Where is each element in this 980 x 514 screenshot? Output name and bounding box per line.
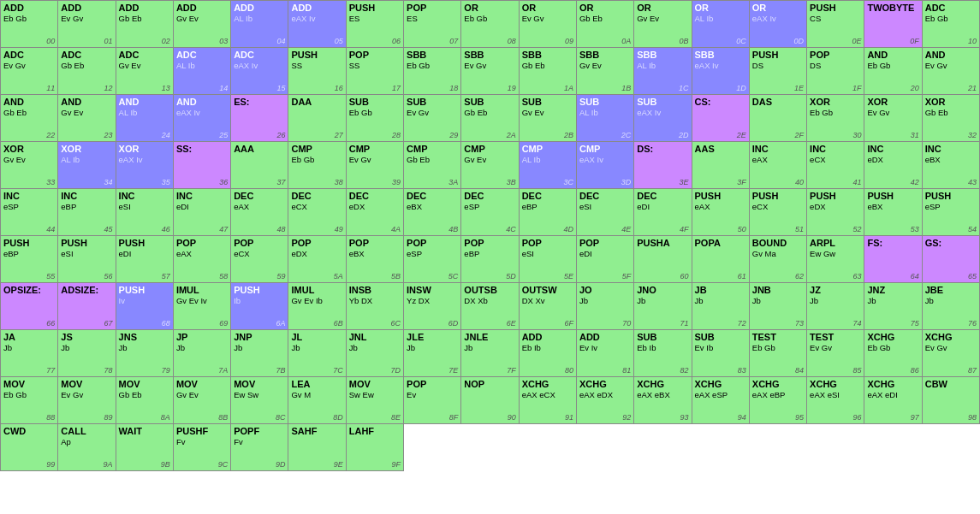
table-row: DECeSI4E	[577, 189, 634, 236]
cell-mnemonic: OUTSW	[522, 285, 573, 296]
cell-mnemonic: DS:	[637, 144, 688, 155]
cell-operands: Jb	[867, 296, 918, 305]
cell-mnemonic: GS:	[925, 238, 977, 249]
cell-operands: Gv Ev	[176, 14, 228, 23]
cell-mnemonic: PUSH	[234, 285, 285, 296]
cell-operands: Gb Eb	[119, 390, 170, 399]
cell-opcode: 31	[911, 131, 919, 139]
cell-opcode: 23	[104, 131, 113, 139]
cell-operands: Eb Ib	[522, 343, 573, 352]
cell-mnemonic: CBW	[925, 379, 977, 390]
cell-operands: Ev Gv	[810, 343, 861, 352]
cell-mnemonic: JNO	[637, 285, 688, 296]
table-row: CMPEb Gb38	[288, 142, 346, 189]
cell-operands: Jb	[579, 296, 631, 305]
cell-operands: Ew Gw	[810, 249, 861, 258]
cell-mnemonic: POP	[810, 50, 861, 61]
cell-opcode: 46	[162, 225, 170, 233]
cell-mnemonic: POP	[522, 238, 573, 249]
table-row: SUBGv Ev2B	[520, 95, 577, 142]
cell-mnemonic: DEC	[234, 191, 285, 202]
cell-mnemonic: AAS	[695, 144, 746, 155]
cell-operands: eSP	[464, 202, 515, 211]
cell-mnemonic: XOR	[810, 97, 861, 108]
cell-opcode: 9E	[334, 460, 343, 469]
cell-opcode: 7F	[507, 366, 516, 375]
table-row: DS:3E	[634, 142, 692, 189]
table-row: INCeDX42	[864, 142, 922, 189]
table-row: ADCEv Gv11	[1, 48, 58, 95]
cell-opcode: 9F	[392, 460, 401, 469]
cell-mnemonic: SUB	[695, 332, 746, 343]
cell-mnemonic: CMP	[407, 144, 458, 155]
cell-mnemonic: POPA	[695, 238, 746, 249]
cell-mnemonic: SUB	[637, 97, 688, 108]
table-row: XOReAX Iv35	[116, 142, 174, 189]
cell-operands: eBP	[61, 202, 112, 211]
cell-opcode: 10	[968, 37, 977, 45]
cell-operands: Jb	[61, 343, 112, 352]
cell-mnemonic: AND	[176, 97, 228, 108]
table-row: SUBAL Ib2C	[577, 95, 634, 142]
cell-opcode: 4A	[391, 225, 401, 233]
table-row: SS:36	[174, 142, 231, 189]
table-row: SBBAL Ib1C	[634, 48, 692, 95]
table-row: PUSHIb6A	[231, 283, 288, 330]
table-row: LAHF9F	[347, 424, 404, 471]
table-row: POPeBX5B	[347, 236, 404, 283]
cell-mnemonic: JP	[176, 332, 228, 343]
table-row: JNLJb7D	[347, 330, 404, 377]
table-row: AAS3F	[692, 142, 750, 189]
cell-operands: Ap	[61, 437, 112, 446]
table-row: XCHGeAX eSI96	[807, 377, 864, 424]
table-row: JBEJb76	[923, 283, 980, 330]
cell-operands: Gv Ev	[119, 61, 170, 70]
cell-mnemonic: PUSH	[810, 191, 861, 202]
cell-opcode: 88	[46, 413, 55, 422]
cell-mnemonic: JNP	[234, 332, 285, 343]
cell-opcode: 4E	[621, 225, 631, 233]
cell-operands: eDI	[637, 202, 688, 211]
cell-opcode: 01	[104, 37, 113, 45]
cell-opcode: 45	[104, 225, 113, 233]
cell-operands: eCX	[234, 249, 285, 258]
cell-opcode: 2D	[679, 131, 689, 139]
cell-opcode: 5D	[506, 272, 516, 281]
cell-mnemonic: ADD	[3, 3, 55, 14]
table-row: POPeSI5E	[520, 236, 577, 283]
table-row: NOP90	[461, 377, 519, 424]
cell-opcode: 38	[335, 178, 343, 186]
cell-mnemonic: PUSH	[867, 191, 918, 202]
table-row: SUBEv Gv29	[404, 95, 461, 142]
cell-opcode: 3F	[737, 178, 746, 186]
table-row: JNZJb75	[864, 283, 922, 330]
table-row: POPEv8F	[404, 377, 461, 424]
cell-mnemonic: DAS	[752, 97, 804, 108]
cell-mnemonic: POP	[291, 238, 342, 249]
cell-opcode: 3B	[507, 178, 516, 186]
cell-operands: CS	[810, 14, 861, 23]
cell-operands: Jb	[810, 296, 861, 305]
cell-mnemonic: OR	[464, 3, 515, 14]
cell-opcode: 17	[392, 84, 401, 92]
table-row: OREv Gv09	[520, 1, 577, 48]
cell-opcode: 0E	[852, 37, 861, 45]
cell-opcode: 5F	[622, 272, 632, 281]
table-row: PUSHeSP54	[923, 189, 980, 236]
cell-mnemonic: SBB	[579, 50, 631, 61]
cell-mnemonic: PUSH	[61, 238, 112, 249]
cell-mnemonic: CS:	[695, 97, 746, 108]
table-row: OUTSWDX Xv6F	[520, 283, 577, 330]
cell-mnemonic: CMP	[579, 144, 631, 155]
cell-operands: Ev Gv	[349, 155, 401, 164]
table-row: CWD99	[1, 424, 58, 471]
cell-mnemonic: NOP	[464, 379, 515, 390]
cell-opcode: 8D	[333, 413, 343, 422]
cell-mnemonic: CMP	[349, 144, 401, 155]
cell-opcode: 2C	[621, 131, 632, 139]
cell-mnemonic: JZ	[810, 285, 861, 296]
table-row: LEAGv M8D	[288, 377, 346, 424]
cell-operands: eAX Iv	[176, 108, 228, 117]
cell-operands: Jb	[176, 343, 228, 352]
cell-opcode: 79	[162, 366, 170, 375]
